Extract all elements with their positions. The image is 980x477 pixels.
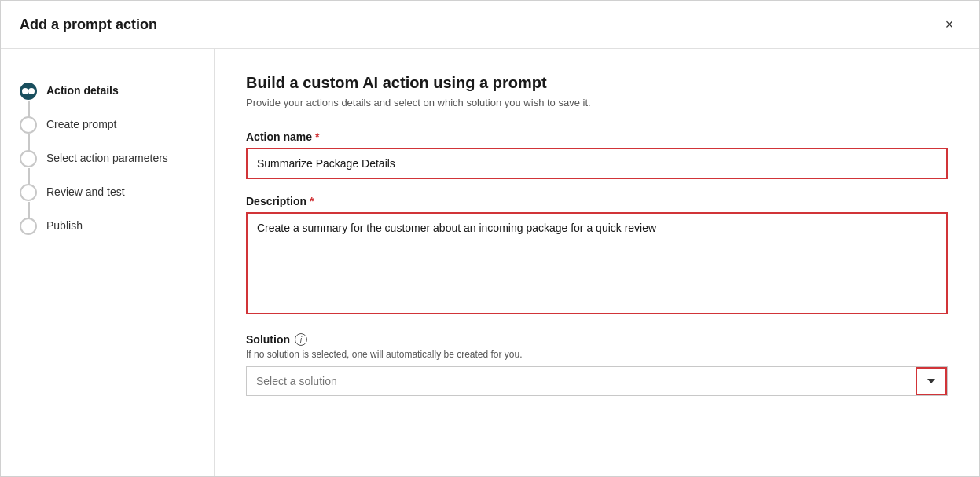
main-subheading: Provide your actions details and select … — [246, 97, 948, 108]
solution-info-icon: i — [295, 333, 307, 346]
sidebar-item-publish[interactable]: Publish — [20, 209, 195, 243]
sidebar-item-review-and-test[interactable]: Review and test — [20, 175, 195, 209]
action-name-input[interactable] — [246, 148, 948, 179]
solution-dropdown-button[interactable] — [916, 367, 947, 395]
solution-section: Solution i If no solution is selected, o… — [246, 333, 948, 396]
dialog-header: Add a prompt action × — [1, 1, 979, 49]
solution-hint: If no solution is selected, one will aut… — [246, 349, 948, 360]
step-circle-action-details — [20, 83, 37, 100]
step-label-select-action-parameters: Select action parameters — [46, 149, 168, 167]
main-heading: Build a custom AI action using a prompt — [246, 74, 948, 92]
step-label-publish: Publish — [46, 217, 83, 234]
add-prompt-action-dialog: Add a prompt action × Action details Cre… — [0, 0, 980, 477]
step-label-review-and-test: Review and test — [46, 183, 125, 200]
solution-input-wrapper — [246, 366, 948, 396]
action-name-field: Action name * — [246, 130, 948, 179]
step-circle-review-and-test — [20, 184, 37, 201]
step-label-action-details: Action details — [46, 82, 119, 99]
description-label: Description * — [246, 195, 948, 207]
chevron-down-icon — [927, 379, 935, 383]
description-textarea[interactable]: Create a summary for the customer about … — [246, 212, 948, 314]
step-circle-create-prompt — [20, 116, 37, 134]
close-button[interactable]: × — [938, 13, 960, 35]
step-circle-select-action-parameters — [20, 150, 37, 167]
sidebar-item-action-details[interactable]: Action details — [20, 74, 195, 108]
step-label-create-prompt: Create prompt — [46, 116, 116, 133]
sidebar-item-create-prompt[interactable]: Create prompt — [20, 108, 195, 141]
main-content: Build a custom AI action using a prompt … — [215, 49, 979, 476]
description-field: Description * Create a summary for the c… — [246, 195, 948, 317]
sidebar-item-select-action-parameters[interactable]: Select action parameters — [20, 141, 195, 175]
action-name-label: Action name * — [246, 130, 948, 143]
solution-input[interactable] — [247, 367, 916, 395]
step-circle-publish — [20, 218, 37, 235]
solution-label: Solution i — [246, 333, 948, 346]
description-required: * — [310, 195, 314, 207]
sidebar: Action details Create prompt Select acti… — [1, 49, 215, 476]
dialog-body: Action details Create prompt Select acti… — [1, 49, 979, 476]
dialog-title: Add a prompt action — [20, 17, 157, 33]
action-name-required: * — [315, 130, 319, 143]
